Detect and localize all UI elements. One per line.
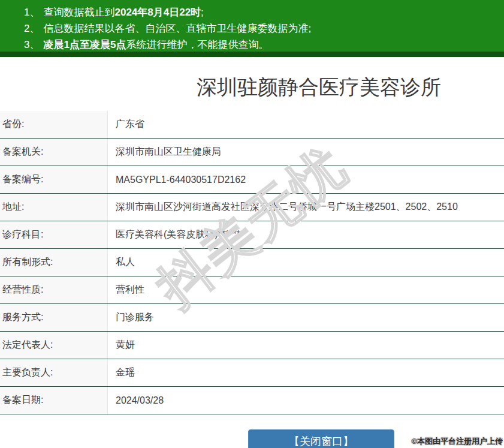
notice-line-number: 1、 <box>24 7 40 18</box>
row-value: MA5GYPL1-644030517D2162 <box>108 166 504 193</box>
title-section: 深圳驻颜静合医疗美容诊所 <box>0 57 504 111</box>
row-label: 备案日期: <box>0 387 108 414</box>
notice-text: ; <box>201 7 204 18</box>
row-value: 广东省 <box>108 111 504 138</box>
row-label: 省份: <box>0 111 108 138</box>
row-label: 备案编号: <box>0 166 108 193</box>
notice-text-bold: 凌晨1点至凌晨5点 <box>43 39 126 50</box>
row-label: 备案机关: <box>0 139 108 166</box>
row-label: 法定代表人: <box>0 332 108 359</box>
notice-banner: 1、查询数据截止到2024年8月4日22时; 2、信息数据结果以各省、自治区、直… <box>0 0 504 52</box>
row-value: 门诊服务 <box>108 304 504 331</box>
notice-line-3: 3、凌晨1点至凌晨5点系统进行维护，不能提供查询。 <box>24 37 504 53</box>
row-value: 2024/03/28 <box>108 387 504 414</box>
table-row-treatment-subjects: 诊疗科目: 医疗美容科(美容皮肤科)****** <box>0 221 504 249</box>
close-window-button[interactable]: 【关闭窗口】 <box>248 429 394 448</box>
table-row-service-mode: 服务方式: 门诊服务 <box>0 304 504 332</box>
row-label: 所有制形式: <box>0 249 108 276</box>
row-label: 经营性质: <box>0 276 108 303</box>
page-title: 深圳驻颜静合医疗美容诊所 <box>197 74 441 101</box>
table-row-filing-authority: 备案机关: 深圳市南山区卫生健康局 <box>0 139 504 166</box>
notice-text: 信息数据结果以各省、自治区、直辖市卫生健康委数据为准; <box>43 23 311 34</box>
record-table: 省份: 广东省 备案机关: 深圳市南山区卫生健康局 备案编号: MA5GYPL1… <box>0 111 504 414</box>
row-value: 金瑶 <box>108 359 504 386</box>
row-label: 主要负责人: <box>0 359 108 386</box>
table-row-address: 地址: 深圳市南山区沙河街道高发社区深云路二号侨城一号广场主楼2501、2502… <box>0 194 504 221</box>
notice-text-bold: 2024年8月4日22时 <box>114 7 201 18</box>
row-value: 医疗美容科(美容皮肤科)****** <box>108 221 504 248</box>
row-label: 服务方式: <box>0 304 108 331</box>
row-label: 地址: <box>0 194 108 221</box>
notice-line-number: 3、 <box>24 39 40 50</box>
notice-line-1: 1、查询数据截止到2024年8月4日22时; <box>24 4 504 20</box>
notice-text: 系统进行维护，不能提供查询。 <box>126 39 268 50</box>
row-value: 营利性 <box>108 276 504 303</box>
row-value: 黄妍 <box>108 332 504 359</box>
row-value: 私人 <box>108 249 504 276</box>
notice-line-number: 2、 <box>24 23 40 34</box>
table-row-province: 省份: 广东省 <box>0 111 504 139</box>
row-value: 深圳市南山区沙河街道高发社区深云路二号侨城一号广场主楼2501、2502、251… <box>108 194 504 221</box>
notice-line-2: 2、信息数据结果以各省、自治区、直辖市卫生健康委数据为准; <box>24 20 504 37</box>
table-row-business-nature: 经营性质: 营利性 <box>0 276 504 304</box>
table-row-filing-number: 备案编号: MA5GYPL1-644030517D2162 <box>0 166 504 194</box>
table-row-ownership-form: 所有制形式: 私人 <box>0 249 504 276</box>
table-row-filing-date: 备案日期: 2024/03/28 <box>0 387 504 414</box>
table-row-legal-representative: 法定代表人: 黄妍 <box>0 332 504 359</box>
row-label: 诊疗科目: <box>0 221 108 248</box>
row-value: 深圳市南山区卫生健康局 <box>108 139 504 166</box>
notice-text: 查询数据截止到 <box>43 7 114 18</box>
table-row-principal: 主要负责人: 金瑶 <box>0 359 504 387</box>
upload-attribution: ©本图由平台注册用户上传 <box>411 436 503 447</box>
